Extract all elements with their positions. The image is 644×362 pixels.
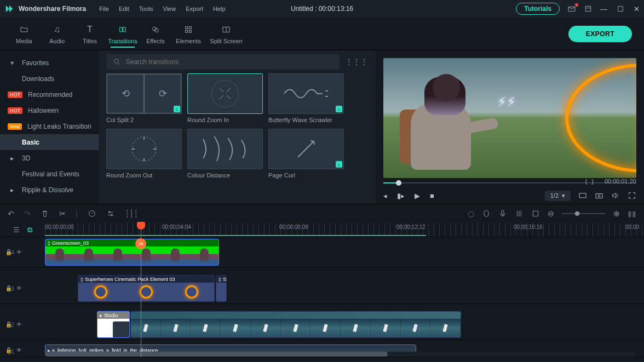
transition-round-zoom-in[interactable]: Round Zoom In (187, 73, 263, 123)
delete-button[interactable] (41, 209, 49, 218)
menu-view[interactable]: View (163, 5, 176, 12)
svg-rect-21 (502, 210, 504, 215)
track-visible-icon[interactable]: 👁 (16, 321, 22, 327)
minimize-button[interactable]: — (600, 5, 607, 13)
clip-superheroes[interactable]: ▯ Superheroes Cinematic Pack Element 03 (78, 275, 215, 302)
export-button[interactable]: EXPORT (568, 26, 632, 42)
magnet-icon[interactable]: ⧉ (27, 226, 32, 234)
tab-elements[interactable]: Elements (172, 24, 205, 44)
transition-round-zoom-out[interactable]: Round Zoom Out (106, 129, 182, 179)
appearance-icon[interactable] (584, 4, 593, 13)
svg-point-10 (114, 59, 119, 64)
clip-studio[interactable] (130, 311, 461, 338)
clip-superheroes-2[interactable]: ▯S (216, 275, 227, 302)
timeline-ruler[interactable]: 00;00;00;00 00;00;04;04 00;00;08;08 00;0… (45, 223, 644, 237)
app-name: Wondershare Filmora (19, 5, 86, 13)
speed-icon[interactable] (88, 209, 96, 218)
preview-ratio-select[interactable]: 1/2▾ (545, 191, 571, 201)
search-icon (113, 58, 122, 66)
svg-rect-4 (186, 26, 188, 28)
sidebar-item-recommended[interactable]: HOTRecommended (0, 87, 99, 102)
menu-tools[interactable]: Tools (139, 5, 153, 12)
clip-transition-applied[interactable]: ▸Studio (97, 311, 130, 338)
play-button[interactable]: ▶ (415, 192, 420, 200)
download-icon: ↓ (174, 106, 180, 112)
preview-time: 00:00:01:20 (605, 178, 636, 185)
preview-quality-icon[interactable] (578, 191, 587, 200)
transition-butterfly-wave[interactable]: ↓ Butterfly Wave Scrawler (268, 73, 344, 123)
track-visible-icon[interactable]: 👁 (16, 249, 22, 255)
menu-help[interactable]: Help (213, 5, 226, 12)
timeline-hscrollbar[interactable] (45, 352, 636, 357)
close-button[interactable]: ✕ (634, 5, 640, 13)
transition-colour-distance[interactable]: Colour Distance (187, 129, 263, 179)
tab-effects[interactable]: Effects (139, 24, 172, 44)
crop-icon[interactable] (531, 209, 540, 218)
preview-viewport: ⚡︎⚡︎ (383, 58, 636, 178)
tab-media[interactable]: Media (8, 24, 41, 44)
grid-view-icon[interactable]: ⋮⋮⋮ (345, 58, 368, 66)
render-icon[interactable]: ◌ (468, 209, 474, 218)
track-visible-icon[interactable]: 👁 (16, 347, 22, 353)
tab-splitscreen[interactable]: Split Screen (205, 24, 248, 44)
audio-wave-icon[interactable]: ┇┃┇ (125, 209, 138, 218)
sidebar-item-favorites[interactable]: ♥Favorites (0, 55, 99, 71)
svg-point-12 (132, 137, 156, 161)
sidebar-item-basic[interactable]: Basic (0, 134, 99, 150)
zoom-out-icon[interactable]: ⊖ (548, 209, 554, 218)
prev-frame-button[interactable]: ◂ (383, 192, 387, 200)
sidebar-item-halloween[interactable]: HOTHalloween (0, 102, 99, 118)
app-logo-icon (4, 4, 14, 14)
fullscreen-icon[interactable] (628, 191, 636, 200)
adjust-icon[interactable] (106, 209, 115, 218)
svg-rect-0 (585, 6, 590, 11)
menu-file[interactable]: File (99, 5, 109, 12)
transition-col-split-2[interactable]: ⟲⟳↓ Col Split 2 (106, 73, 182, 123)
tab-transitions[interactable]: Transitions (106, 24, 139, 44)
undo-button[interactable]: ↶ (8, 209, 14, 218)
track-visible-icon[interactable]: 👁 (16, 285, 22, 291)
voiceover-icon[interactable] (498, 209, 507, 218)
search-input[interactable] (106, 54, 340, 70)
menu-edit[interactable]: Edit (119, 5, 129, 12)
tutorials-button[interactable]: Tutorials (516, 3, 560, 15)
zoom-in-icon[interactable]: ⊕ (613, 209, 620, 218)
tab-titles[interactable]: TTitles (73, 24, 106, 44)
maximize-button[interactable]: ☐ (617, 5, 624, 13)
zoom-slider[interactable] (562, 213, 606, 214)
menu-export[interactable]: Export (186, 5, 203, 12)
volume-icon[interactable] (611, 191, 620, 200)
svg-rect-13 (579, 193, 586, 198)
stop-button[interactable]: ■ (430, 192, 434, 200)
svg-rect-5 (189, 26, 191, 28)
notifications-icon[interactable] (567, 4, 576, 13)
sidebar-item-lightleaks[interactable]: NewLight Leaks Transition (0, 118, 99, 134)
tab-audio[interactable]: ♫Audio (41, 24, 73, 44)
sidebar-item-3d[interactable]: ▸3D (0, 150, 99, 166)
snapshot-icon[interactable] (595, 191, 603, 200)
project-title: Untitled : 00:00:13:16 (291, 5, 353, 13)
redo-button[interactable]: ↷ (24, 209, 31, 218)
svg-rect-14 (596, 194, 602, 198)
svg-rect-25 (533, 211, 538, 216)
sidebar-item-downloads[interactable]: Downloads (0, 71, 99, 87)
zoom-fit-icon[interactable]: ▮▮ (628, 209, 636, 218)
sidebar-item-ripple[interactable]: ▸Ripple & Dissolve (0, 182, 99, 198)
svg-line-11 (118, 63, 120, 65)
svg-rect-7 (189, 30, 191, 32)
preview-scrubber[interactable]: {}00:00:01:20 (383, 181, 636, 185)
split-button[interactable]: ✂ (59, 209, 66, 218)
marker-icon[interactable] (482, 209, 491, 218)
transition-page-curl[interactable]: ↓ Page Curl (268, 129, 344, 179)
scissors-icon[interactable]: ✂ (135, 238, 146, 249)
clip-greenscreen[interactable]: ▯ Greenscreen_03 (45, 239, 219, 266)
sidebar-item-festival[interactable]: Festival and Events (0, 166, 99, 182)
mixer-icon[interactable] (515, 209, 524, 218)
svg-point-15 (598, 195, 600, 197)
play-in-button[interactable]: ▮▸ (397, 192, 405, 200)
manage-tracks-icon[interactable]: ☰ (13, 226, 20, 234)
playhead[interactable]: ✂ (141, 223, 141, 357)
svg-rect-6 (186, 30, 188, 32)
